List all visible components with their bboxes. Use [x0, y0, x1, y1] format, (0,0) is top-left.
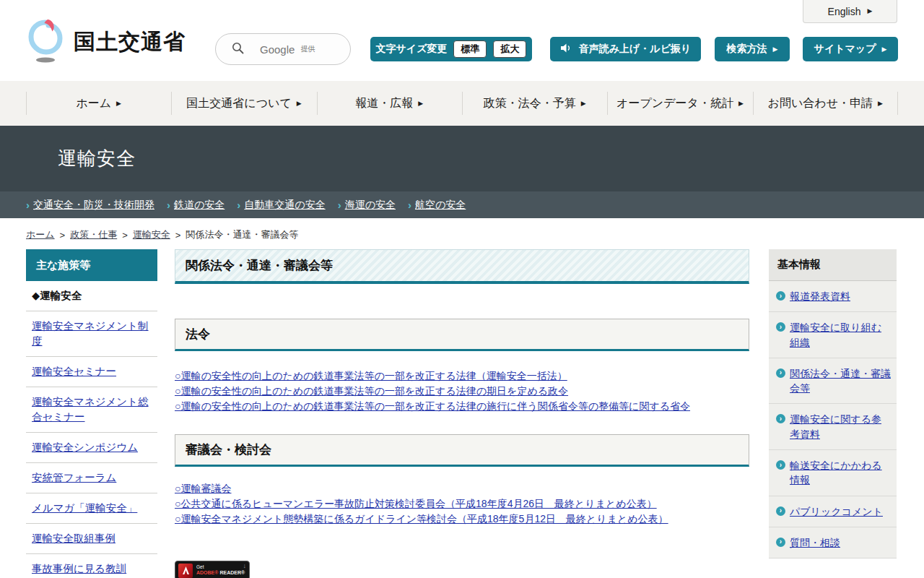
nav-item-contact[interactable]: お問い合わせ・申請 ▶: [753, 81, 898, 126]
list-item: 運輸安全シンポジウム: [26, 433, 157, 463]
subnav-item: › 鉄道の安全: [167, 199, 225, 212]
sidebar-link-forum[interactable]: 安統管フォーラム: [32, 472, 116, 483]
list-item: › 質問・相談: [769, 527, 897, 558]
sidebar-link-management-system[interactable]: 運輸安全マネジメント制度: [32, 320, 149, 347]
subnav-link-traffic-safety[interactable]: 交通安全・防災・技術開発: [33, 199, 154, 212]
council-link-3[interactable]: ○運輸安全マネジメント態勢構築に係るガイドライン等検討会（平成18年度5月12日…: [175, 513, 668, 525]
chevron-right-icon: ›: [408, 199, 411, 210]
breadcrumb-link-policy[interactable]: 政策・仕事: [70, 228, 117, 241]
right-sidebar-list: › 報道発表資料 › 運輸安全に取り組む組織 › 関係法令・通達・審議会等 › …: [769, 281, 897, 558]
council-link-2[interactable]: ○公共交通に係るヒューマンエラー事故防止対策検討委員会（平成18年度4月26日 …: [175, 498, 657, 509]
info-link-questions[interactable]: 質問・相談: [790, 535, 840, 550]
breadcrumb-link-home[interactable]: ホーム: [26, 228, 55, 241]
sitemap-label: サイトマップ: [814, 43, 876, 56]
nav-item-label: お問い合わせ・申請: [768, 96, 873, 111]
subnav-item: › 航空の安全: [408, 199, 466, 212]
sidebar-link-case-examples[interactable]: 運輸安全取組事例: [32, 532, 116, 544]
speaker-icon: [560, 43, 573, 56]
sidebar-link-accident-lessons[interactable]: 事故事例に見る教訓: [32, 563, 126, 574]
arrow-right-icon: ▶: [882, 46, 887, 53]
sidebar-link-mail-magazine[interactable]: メルマガ「運輸安全」: [32, 502, 137, 514]
arrow-right-icon: ▶: [297, 100, 302, 107]
subnav-link-road-safety[interactable]: 自動車交通の安全: [244, 199, 325, 212]
law-link-1[interactable]: ○運輸の安全性の向上のための鉄道事業法等の一部を改正する法律（運輸安全一括法）: [175, 370, 567, 381]
info-link-press-releases[interactable]: 報道発表資料: [790, 289, 850, 303]
search-method-label: 検索方法: [727, 43, 767, 56]
list-item: › 運輸安全に取り組む組織: [769, 312, 897, 358]
font-size-standard-button[interactable]: 標準: [453, 40, 487, 58]
law-link-2[interactable]: ○運輸の安全性の向上のための鉄道事業法等の一部を改正する法律の期日を定める政令: [175, 385, 568, 397]
circle-chevron-icon: ›: [776, 322, 785, 332]
get-adobe-reader-button[interactable]: Get ADOBE®READER® ↓: [175, 561, 250, 578]
list-item: メルマガ「運輸安全」: [26, 493, 157, 524]
font-size-control: 文字サイズ変更 標準 拡大: [370, 37, 532, 61]
nav-item-home[interactable]: ホーム ▶: [26, 81, 171, 126]
info-link-reference-materials[interactable]: 運輸安全に関する参考資料: [790, 412, 891, 441]
reader-brand-label: READER®: [219, 570, 245, 575]
sidebar-link-general-seminar[interactable]: 運輸安全マネジメント総合セミナー: [32, 396, 149, 423]
list-item: ○運輸の安全性の向上のための鉄道事業法等の一部を改正する法律の施行に伴う関係省令…: [175, 399, 749, 414]
list-item: › パブリックコメント: [769, 496, 897, 527]
law-link-3[interactable]: ○運輸の安全性の向上のための鉄道事業法等の一部を改正する法律の施行に伴う関係省令…: [175, 400, 690, 412]
adobe-reader-block: Get ADOBE®READER® ↓ 別ウィンドウで 開きます: [175, 561, 253, 578]
font-size-large-button[interactable]: 拡大: [493, 40, 526, 58]
section-subnav: › 交通安全・防災・技術開発 › 鉄道の安全 › 自動車交通の安全 › 海運の安…: [0, 191, 924, 218]
arrow-right-icon: ▶: [868, 8, 873, 14]
left-sidebar: 主な施策等 ◆運輸安全 運輸安全マネジメント制度 運輸安全セミナー 運輸安全マネ…: [26, 249, 157, 578]
section-banner: 運輸安全: [0, 126, 924, 191]
council-link-1[interactable]: ○運輸審議会: [175, 483, 231, 494]
mlit-logo[interactable]: 国土交通省: [26, 17, 186, 66]
search-method-button[interactable]: 検索方法 ▶: [715, 37, 790, 61]
nav-item-about[interactable]: 国土交通省について ▶: [171, 81, 316, 126]
list-item: ○運輸審議会: [175, 481, 749, 496]
list-item: › 報道発表資料: [769, 281, 897, 312]
list-item: ○運輸の安全性の向上のための鉄道事業法等の一部を改正する法律（運輸安全一括法）: [175, 368, 749, 384]
sidebar-link-symposium[interactable]: 運輸安全シンポジウム: [32, 441, 138, 453]
subnav-item: › 自動車交通の安全: [237, 199, 325, 212]
nav-item-label: 報道・広報: [355, 96, 413, 111]
main-column: 関係法令・通達・審議会等 法令 ○運輸の安全性の向上のための鉄道事業法等の一部を…: [175, 249, 749, 578]
subnav-link-rail-safety[interactable]: 鉄道の安全: [174, 199, 225, 212]
subnav-item: › 交通安全・防災・技術開発: [26, 199, 154, 212]
breadcrumb-link-transport-safety[interactable]: 運輸安全: [133, 228, 170, 241]
search-provided-by-label: 提供: [300, 44, 315, 54]
page-title: 関係法令・通達・審議会等: [175, 249, 749, 284]
section-title: 運輸安全: [58, 146, 136, 171]
breadcrumb-separator: >: [175, 230, 181, 241]
sidebar-link-seminar[interactable]: 運輸安全セミナー: [32, 366, 116, 377]
sitemap-button[interactable]: サイトマップ ▶: [803, 37, 898, 61]
mlit-logo-icon: [26, 17, 66, 66]
nav-item-policy[interactable]: 政策・法令・予算 ▶: [462, 81, 607, 126]
adobe-brand-label: ADOBE®: [196, 570, 218, 575]
info-link-organizations[interactable]: 運輸安全に取り組む組織: [790, 320, 891, 350]
chevron-right-icon: ›: [167, 199, 170, 210]
english-button[interactable]: English ▶: [803, 0, 897, 23]
info-link-transport-safety-info[interactable]: 輸送安全にかかわる情報: [790, 458, 891, 488]
breadcrumb-current: 関係法令・通達・審議会等: [186, 228, 298, 241]
list-item: 運輸安全マネジメント制度: [26, 311, 157, 357]
right-sidebar: 基本情報 › 報道発表資料 › 運輸安全に取り組む組織 › 関係法令・通達・審議…: [769, 249, 897, 558]
list-item: › 運輸安全に関する参考資料: [769, 404, 897, 450]
nav-item-label: オープンデータ・統計: [616, 96, 733, 111]
nav-item-press[interactable]: 報道・広報 ▶: [317, 81, 462, 126]
list-item: ○運輸安全マネジメント態勢構築に係るガイドライン等検討会（平成18年度5月12日…: [175, 512, 749, 527]
nav-item-opendata[interactable]: オープンデータ・統計 ▶: [607, 81, 752, 126]
subnav-item: › 海運の安全: [338, 199, 396, 212]
subnav-link-maritime-safety[interactable]: 海運の安全: [345, 199, 396, 212]
content-area: 主な施策等 ◆運輸安全 運輸安全マネジメント制度 運輸安全セミナー 運輸安全マネ…: [0, 241, 924, 578]
global-nav: ホーム ▶ 国土交通省について ▶ 報道・広報 ▶ 政策・法令・予算 ▶ オープ…: [0, 81, 924, 126]
text-to-speech-label: 音声読み上げ・ルビ振り: [579, 43, 692, 56]
left-sidebar-list: ◆運輸安全 運輸安全マネジメント制度 運輸安全セミナー 運輸安全マネジメント総合…: [26, 281, 157, 578]
circle-chevron-icon: ›: [776, 414, 785, 423]
info-link-public-comment[interactable]: パブリックコメント: [790, 504, 883, 519]
subnav-link-aviation-safety[interactable]: 航空の安全: [415, 199, 466, 212]
text-to-speech-button[interactable]: 音声読み上げ・ルビ振り: [550, 37, 701, 61]
arrow-right-icon: ▶: [738, 100, 744, 107]
chevron-right-icon: ›: [338, 199, 341, 210]
sidebar-item-current-transport-safety: ◆運輸安全: [26, 281, 157, 311]
right-sidebar-title: 基本情報: [769, 249, 897, 281]
arrow-right-icon: ▶: [418, 100, 423, 107]
info-link-laws-councils[interactable]: 関係法令・通達・審議会等: [790, 366, 891, 396]
chevron-right-icon: ›: [26, 199, 30, 210]
site-search-box[interactable]: Google 提供: [215, 33, 351, 65]
